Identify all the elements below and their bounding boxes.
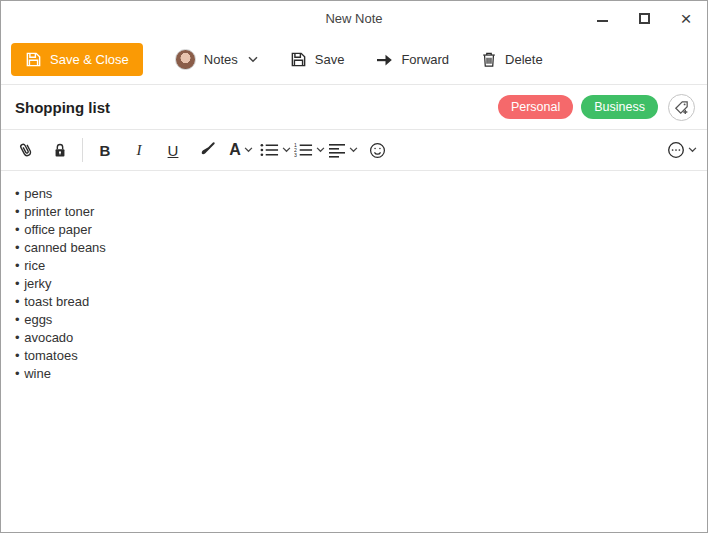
delete-label: Delete [505,52,543,67]
list-item: • eggs [15,311,693,329]
save-label: Save [315,52,345,67]
list-item: • avocado [15,329,693,347]
list-item: • canned beans [15,239,693,257]
list-item: • tomatoes [15,347,693,365]
tag-business[interactable]: Business [581,95,658,119]
align-dropdown[interactable] [326,135,360,165]
tag-personal[interactable]: Personal [498,95,573,119]
chevron-down-icon [688,147,697,153]
chevron-down-icon [248,56,258,63]
note-body-editor[interactable]: • pens• printer toner• office paper• can… [1,171,707,532]
forward-button[interactable]: Forward [376,52,449,67]
svg-text:3: 3 [294,152,297,158]
format-painter-button[interactable] [190,135,224,165]
save-icon [290,51,307,68]
underline-button[interactable]: U [156,135,190,165]
chevron-down-icon [316,147,325,153]
underline-label: U [168,142,179,159]
new-note-window: New Note × Save & Close Notes [0,0,708,533]
chevron-down-icon [244,147,253,153]
forward-label: Forward [401,52,449,67]
attach-file-button[interactable] [9,135,43,165]
smiley-icon [369,142,386,159]
window-title: New Note [1,11,707,26]
list-item: • wine [15,365,693,383]
save-and-close-button[interactable]: Save & Close [11,43,143,76]
list-item: • jerky [15,275,693,293]
emoji-button[interactable] [360,135,394,165]
paperclip-icon [17,141,35,159]
save-button[interactable]: Save [290,51,345,68]
trash-icon [481,51,497,68]
notes-dropdown-button[interactable]: Notes [175,49,258,70]
save-and-close-label: Save & Close [50,52,129,67]
save-icon [25,51,42,68]
font-color-dropdown[interactable]: A [224,135,258,165]
align-left-icon [328,143,346,158]
forward-arrow-icon [376,53,393,67]
bold-label: B [100,142,111,159]
more-options-icon [667,141,685,159]
main-toolbar: Save & Close Notes Save [1,35,707,85]
subject-row: Shopping list Personal Business [1,85,707,130]
delete-button[interactable]: Delete [481,51,543,68]
italic-button[interactable]: I [122,135,156,165]
add-tag-button[interactable] [668,94,695,121]
note-list: • pens• printer toner• office paper• can… [15,185,693,383]
italic-label: I [137,142,142,159]
font-label: A [229,141,241,159]
toolbar-separator [82,138,83,162]
titlebar: New Note × [1,1,707,35]
numbered-list-icon: 1 2 3 [294,142,313,158]
lock-button[interactable] [43,135,77,165]
add-tag-icon [673,99,690,116]
list-item: • office paper [15,221,693,239]
lock-icon [52,142,68,159]
format-toolbar: B I U A [1,130,707,171]
more-options-dropdown[interactable] [665,135,699,165]
list-item: • rice [15,257,693,275]
tag-list: Personal Business [498,94,695,121]
list-item: • printer toner [15,203,693,221]
list-item: • toast bread [15,293,693,311]
paint-brush-icon [198,141,216,159]
notes-dropdown-label: Notes [204,52,238,67]
chevron-down-icon [282,147,291,153]
note-title-input[interactable]: Shopping list [15,99,498,116]
chevron-down-icon [349,147,358,153]
numbered-list-dropdown[interactable]: 1 2 3 [292,135,326,165]
bold-button[interactable]: B [88,135,122,165]
bullet-list-dropdown[interactable] [258,135,292,165]
list-item: • pens [15,185,693,203]
user-avatar [175,49,196,70]
bullet-list-icon [260,142,279,158]
